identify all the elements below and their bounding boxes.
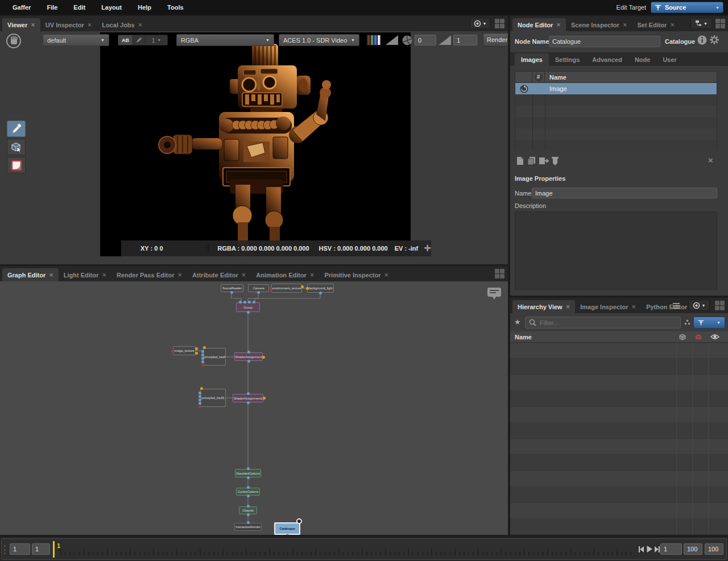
node-port-blue[interactable] [253,301,255,304]
color-picker-tool-button[interactable] [7,120,26,137]
hierarchy-empty-row[interactable] [510,375,728,390]
subtab-advanced[interactable]: Advanced [586,53,628,66]
index-column-header[interactable]: # [532,72,545,82]
timeline-start-frame-input[interactable] [10,543,30,555]
tab-animation-editor[interactable]: Animation Editor✕ [251,268,319,281]
tab-close-icon[interactable]: ✕ [566,304,570,310]
node-port-red[interactable] [270,287,272,290]
node-port-orange[interactable] [203,346,206,349]
gamma-input[interactable] [453,35,477,45]
list-menu-icon[interactable] [672,302,680,309]
new-image-icon[interactable] [516,156,524,165]
tab-node-editor[interactable]: Node Editor✕ [512,18,566,31]
channel-bars-icon[interactable] [366,34,381,46]
extract-image-icon[interactable] [551,156,559,166]
filter-options-icon[interactable] [682,318,692,327]
graph-node-principled-bsdf[interactable]: principled_bsdf [203,348,226,365]
graph-node-interactiverender[interactable]: InteractiveRender [234,523,262,531]
tab-close-icon[interactable]: ✕ [384,272,389,278]
ab-compare-button[interactable]: AB [118,35,133,45]
tab-light-editor[interactable]: Light Editor✕ [59,268,111,281]
skip-to-end-icon[interactable] [654,546,660,553]
duplicate-image-icon[interactable] [527,156,536,165]
tab-close-icon[interactable]: ✕ [49,272,53,278]
timeline-current-frame-input[interactable] [32,543,50,555]
timeline-grip-handle[interactable] [4,545,6,554]
hierarchy-empty-row[interactable] [510,343,728,359]
exposure-triangle-icon[interactable] [386,35,398,45]
geometry-cube-icon[interactable] [679,333,686,341]
tab-close-icon[interactable]: ✕ [632,304,636,310]
tab-close-icon[interactable]: ✕ [556,22,561,28]
tab-close-icon[interactable]: ✕ [138,22,143,28]
node-port-blue[interactable] [319,292,322,294]
node-port-blue[interactable] [247,360,250,363]
node-port-blue[interactable] [201,357,204,360]
hierarchy-empty-row[interactable] [510,439,728,455]
node-port-red[interactable] [198,405,201,408]
node-port-blue[interactable] [247,401,250,404]
filter-input[interactable] [540,319,665,326]
graph-node-image-texture[interactable]: image_texture [173,346,196,355]
hierarchy-empty-row[interactable] [510,487,728,503]
node-port-blue[interactable] [247,513,250,516]
node-port-blue[interactable] [247,494,250,497]
filter-search-box[interactable] [525,317,681,329]
image-description-textarea[interactable] [515,211,717,290]
tab-close-icon[interactable]: ✕ [88,22,92,28]
tab-viewer[interactable]: Viewer✕ [2,18,40,31]
node-port-red[interactable] [201,364,204,367]
node-port-blue[interactable] [248,301,251,304]
play-icon[interactable] [646,545,653,553]
gear-icon[interactable] [709,35,719,45]
node-port-orange[interactable] [306,287,309,290]
tab-close-icon[interactable]: ✕ [31,22,35,28]
node-port-orange[interactable] [263,397,266,400]
node-port-blue[interactable] [230,291,233,294]
status-expand-plus-icon[interactable]: + [424,243,431,254]
node-port-blue[interactable] [201,350,204,353]
tab-close-icon[interactable]: ✕ [102,272,107,278]
node-name-input[interactable] [549,36,660,47]
crop-window-tool-button[interactable] [7,157,26,173]
tab-uv-inspector[interactable]: UV Inspector✕ [40,18,97,31]
viewer-view-dropdown[interactable]: default ▼ [43,34,109,46]
tab-close-icon[interactable]: ✕ [623,22,627,28]
viewer-channels-dropdown[interactable]: RGBA ▼ [176,34,274,46]
bounds-cube-icon[interactable] [694,333,702,341]
node-port-blue[interactable] [247,351,250,354]
hierarchy-empty-row[interactable] [510,519,728,535]
tab-attribute-editor[interactable]: Attribute Editor✕ [187,268,251,281]
timeline-end-limit-input[interactable] [705,543,723,555]
annotation-bubble-icon[interactable] [487,287,502,301]
hierarchy-name-header[interactable]: Name [510,334,532,340]
node-port-blue[interactable] [247,467,250,470]
menu-item-gaffer[interactable]: Gaffer [5,4,39,11]
node-port-blue[interactable] [198,392,201,394]
node-port-blue[interactable] [247,311,250,314]
hierarchy-empty-row[interactable] [510,471,728,487]
gamma-curve-icon[interactable] [439,35,451,45]
node-port-blue[interactable] [247,521,250,524]
hierarchy-empty-row[interactable] [510,391,728,407]
node-port-blue[interactable] [201,354,204,356]
node-port-orange[interactable] [200,387,203,390]
hierarchy-empty-row[interactable] [510,407,728,423]
edit-target-dropdown[interactable]: Source ▼ [651,2,723,13]
graph-node-environment-texture[interactable]: environment_texture [271,284,302,293]
node-port-orange[interactable] [262,356,265,359]
layout-grid-icon[interactable] [715,18,726,29]
graph-node-principled-bsdf1[interactable]: principled_bsdf1 [200,389,226,407]
image-row-selected[interactable]: Image [515,83,717,94]
menu-item-file[interactable]: File [39,4,65,11]
node-port-orange[interactable] [195,352,198,355]
wipe-pencil-button[interactable] [133,35,146,45]
node-editor-mode-button[interactable]: ▼ [690,18,712,29]
timeline-playhead[interactable] [53,541,55,558]
tab-hierarchy-view[interactable]: Hierarchy View✕ [512,300,575,313]
bookmark-star-icon[interactable]: ★ [514,318,521,326]
viewer-display-transform-dropdown[interactable]: ACES 1.0 - SDR Video ▼ [279,34,359,46]
viewer-rendered-image[interactable] [100,32,411,256]
tab-graph-editor[interactable]: Graph Editor✕ [2,268,59,281]
info-icon[interactable] [697,35,707,45]
